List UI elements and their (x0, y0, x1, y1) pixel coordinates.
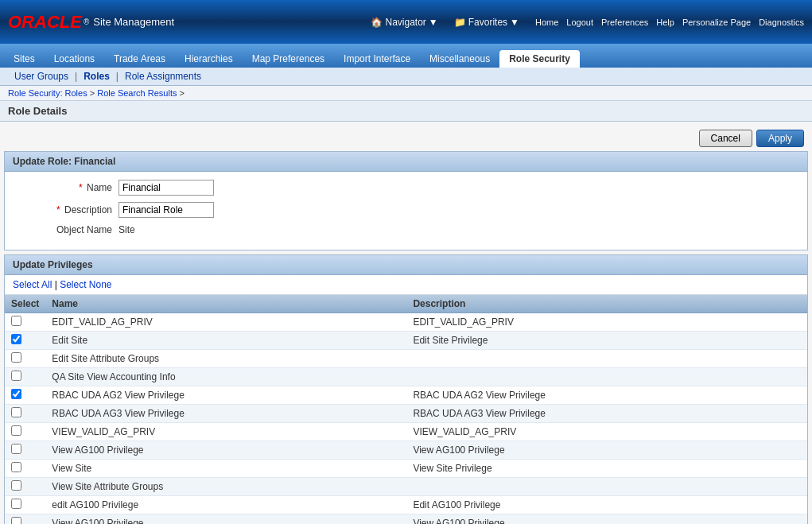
select-links: Select All | Select None (5, 275, 807, 295)
preferences-link[interactable]: Preferences (601, 17, 648, 27)
row-name-cell: edit AG100 Privilege (45, 496, 406, 514)
privilege-checkbox[interactable] (11, 352, 21, 363)
registered-mark: ® (84, 17, 89, 26)
row-select-cell (5, 368, 45, 386)
table-row: QA Site View Accounting Info (5, 368, 807, 386)
tab-miscellaneous[interactable]: Miscellaneous (420, 50, 499, 68)
table-row: View SiteView Site Privilege (5, 460, 807, 478)
description-label-text: Description (64, 204, 112, 215)
action-bar: Cancel Apply (4, 126, 808, 151)
tab-role-security[interactable]: Role Security (499, 50, 580, 68)
favorites-label: Favorites (468, 17, 507, 28)
role-section-header: Update Role: Financial (5, 152, 807, 172)
tab-hierarchies[interactable]: Hierarchies (175, 50, 243, 68)
row-description-cell: RBAC UDA AG3 View Privilege (406, 405, 807, 423)
help-link[interactable]: Help (656, 17, 674, 27)
privileges-section: Update Privileges Select All | Select No… (4, 254, 808, 524)
row-select-cell (5, 313, 45, 332)
row-name-cell: View Site (45, 460, 406, 478)
diagnostics-link[interactable]: Diagnostics (759, 17, 804, 27)
row-select-cell (5, 332, 45, 350)
navigator-nav[interactable]: 🏠 Navigator ▼ (371, 17, 437, 28)
sub-nav: User Groups | Roles | Role Assignments (0, 68, 812, 86)
oracle-logo: ORACLE (8, 12, 82, 33)
privilege-checkbox[interactable] (11, 389, 21, 399)
privilege-checkbox[interactable] (11, 517, 21, 524)
sub-nav-role-assignments[interactable]: Role Assignments (118, 71, 208, 82)
home-link[interactable]: Home (535, 17, 558, 27)
row-select-cell (5, 423, 45, 441)
header-right: 🏠 Navigator ▼ 📁 Favorites ▼ Home Logout … (371, 17, 804, 28)
row-description-cell: VIEW_VALID_AG_PRIV (406, 423, 807, 441)
select-all-link[interactable]: Select All (13, 279, 52, 290)
privilege-checkbox[interactable] (11, 371, 21, 381)
row-select-cell (5, 405, 45, 423)
name-input[interactable] (118, 180, 214, 196)
tab-sites[interactable]: Sites (4, 50, 45, 68)
row-select-cell (5, 514, 45, 525)
favorites-nav[interactable]: 📁 Favorites ▼ (454, 17, 519, 28)
cancel-button[interactable]: Cancel (699, 130, 752, 147)
tab-map-preferences[interactable]: Map Preferences (243, 50, 334, 68)
breadcrumb: Role Security: Roles > Role Search Resul… (0, 86, 812, 101)
privilege-checkbox[interactable] (11, 425, 21, 436)
form-row-description: * Description (17, 202, 795, 218)
table-row: RBAC UDA AG2 View PrivilegeRBAC UDA AG2 … (5, 386, 807, 405)
privilege-checkbox[interactable] (11, 334, 21, 344)
description-input[interactable] (118, 202, 214, 218)
tab-import-interface[interactable]: Import Interface (334, 50, 420, 68)
table-row: Edit Site Attribute Groups (5, 350, 807, 368)
row-description-cell (406, 350, 807, 368)
breadcrumb-role-security[interactable]: Role Security: Roles (8, 88, 87, 98)
table-row: VIEW_VALID_AG_PRIVVIEW_VALID_AG_PRIV (5, 423, 807, 441)
row-description-cell (406, 478, 807, 496)
privilege-checkbox[interactable] (11, 444, 21, 454)
breadcrumb-role-search[interactable]: Role Search Results (97, 88, 177, 98)
name-required: * (79, 182, 83, 193)
role-section-content: * Name * Description Object Name (5, 172, 807, 250)
sub-nav-roles[interactable]: Roles (77, 71, 116, 82)
table-row: RBAC UDA AG3 View PrivilegeRBAC UDA AG3 … (5, 405, 807, 423)
row-description-cell: Edit Site Privilege (406, 332, 807, 350)
personalize-link[interactable]: Personalize Page (682, 17, 751, 27)
navigator-label: Navigator (385, 17, 425, 28)
privileges-header: Update Privileges (5, 255, 807, 275)
table-row: View Site Attribute Groups (5, 478, 807, 496)
tab-locations[interactable]: Locations (45, 50, 104, 68)
privilege-checkbox[interactable] (11, 407, 21, 417)
tab-trade-areas[interactable]: Trade Areas (104, 50, 175, 68)
row-name-cell: QA Site View Accounting Info (45, 368, 406, 386)
row-name-cell: View AG100 Privilege (45, 514, 406, 525)
table-header-row: Select Name Description (5, 295, 807, 313)
object-name-label: Object Name (17, 224, 112, 235)
row-select-cell (5, 350, 45, 368)
form-row-object-name: Object Name Site (17, 224, 795, 235)
col-select: Select (5, 295, 45, 313)
main-content: Cancel Apply Update Role: Financial * Na… (0, 122, 812, 524)
row-description-cell (406, 368, 807, 386)
sub-nav-user-groups[interactable]: User Groups (8, 71, 75, 82)
desc-required: * (56, 204, 60, 215)
row-name-cell: VIEW_VALID_AG_PRIV (45, 423, 406, 441)
privilege-checkbox[interactable] (11, 462, 21, 472)
row-description-cell: View Site Privilege (406, 460, 807, 478)
privilege-checkbox[interactable] (11, 316, 21, 326)
privilege-checkbox[interactable] (11, 499, 21, 509)
tabs-bar: Sites Locations Trade Areas Hierarchies … (0, 44, 812, 68)
row-name-cell: View Site Attribute Groups (45, 478, 406, 496)
table-row: Edit SiteEdit Site Privilege (5, 332, 807, 350)
object-name-label-text: Object Name (56, 224, 112, 235)
table-row: View AG100 PrivilegeView AG100 Privilege (5, 441, 807, 460)
apply-button[interactable]: Apply (756, 130, 804, 147)
row-select-cell (5, 496, 45, 514)
name-label: * Name (17, 182, 112, 193)
row-select-cell (5, 460, 45, 478)
row-name-cell: EDIT_VALID_AG_PRIV (45, 313, 406, 332)
breadcrumb-sep-1: > (90, 88, 97, 98)
row-description-cell: Edit AG100 Privilege (406, 496, 807, 514)
select-none-link[interactable]: Select None (60, 279, 111, 290)
privilege-checkbox[interactable] (11, 480, 21, 491)
logout-link[interactable]: Logout (566, 17, 593, 27)
row-name-cell: RBAC UDA AG2 View Privilege (45, 386, 406, 405)
row-name-cell: Edit Site Attribute Groups (45, 350, 406, 368)
